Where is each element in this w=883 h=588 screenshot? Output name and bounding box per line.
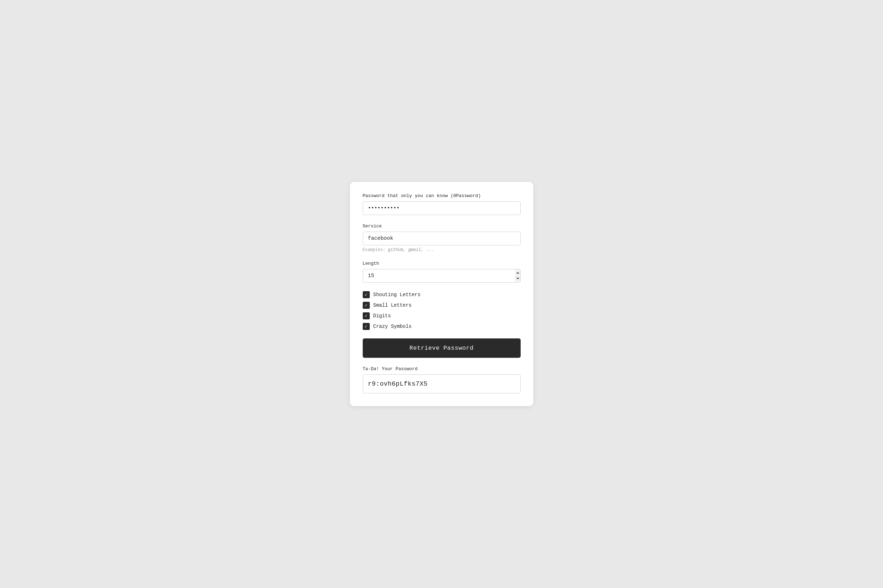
length-label: Length — [363, 261, 521, 266]
checkbox-crazy[interactable]: ✓ Crazy Symbols — [363, 323, 521, 330]
service-field-group: Service Examples: github, gmail, ... — [363, 224, 521, 252]
output-value: r9:ovh6pLfks7X5 — [363, 374, 521, 393]
service-hint: Examples: github, gmail, ... — [363, 248, 521, 252]
checkbox-digits-label: Digits — [373, 313, 391, 319]
retrieve-password-button[interactable]: Retrieve Password — [363, 338, 521, 358]
checkmark-digits: ✓ — [365, 314, 368, 318]
checkbox-crazy-box: ✓ — [363, 323, 370, 330]
checkbox-crazy-label: Crazy Symbols — [373, 324, 412, 329]
checkmark-shouting: ✓ — [365, 292, 368, 297]
checkmark-small: ✓ — [365, 303, 368, 308]
checkbox-small[interactable]: ✓ Small Letters — [363, 302, 521, 309]
checkbox-shouting-label: Shouting Letters — [373, 292, 421, 297]
output-label: Ta-Da! Your Password — [363, 366, 521, 372]
length-input-wrapper — [363, 269, 521, 283]
password-field-group: Password that only you can know (0Passwo… — [363, 193, 521, 215]
checkbox-small-box: ✓ — [363, 302, 370, 309]
checkbox-digits-box: ✓ — [363, 312, 370, 320]
main-card: Password that only you can know (0Passwo… — [350, 182, 533, 406]
length-input[interactable] — [363, 269, 521, 283]
password-input[interactable] — [363, 201, 521, 215]
checkbox-small-label: Small Letters — [373, 303, 412, 308]
service-input[interactable] — [363, 232, 521, 245]
length-field-group: Length — [363, 261, 521, 283]
checkbox-shouting-box: ✓ — [363, 291, 370, 298]
checkboxes-group: ✓ Shouting Letters ✓ Small Letters ✓ Dig… — [363, 291, 521, 330]
checkmark-crazy: ✓ — [365, 324, 368, 329]
password-label: Password that only you can know (0Passwo… — [363, 193, 521, 198]
checkbox-shouting[interactable]: ✓ Shouting Letters — [363, 291, 521, 298]
output-field-group: Ta-Da! Your Password r9:ovh6pLfks7X5 — [363, 366, 521, 393]
service-label: Service — [363, 224, 521, 229]
service-hint-examples: github, gmail, ... — [388, 248, 434, 252]
checkbox-digits[interactable]: ✓ Digits — [363, 312, 521, 320]
